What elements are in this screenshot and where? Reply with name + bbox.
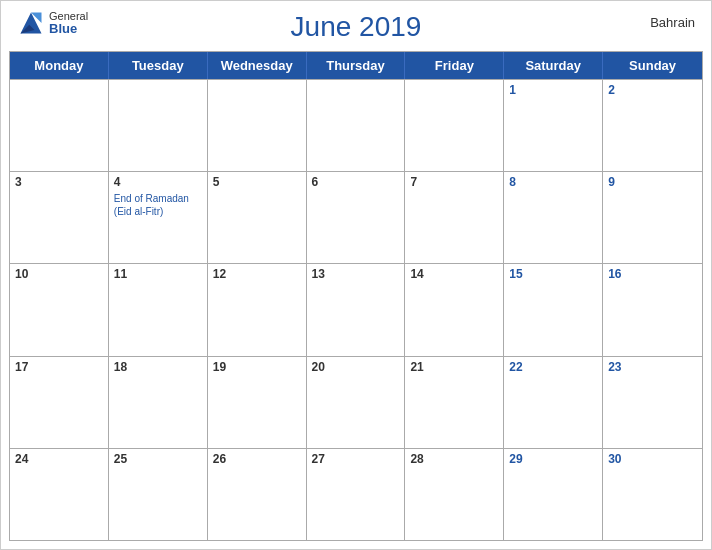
day-cell-27: 27: [307, 449, 406, 540]
day-number: 19: [213, 360, 301, 374]
day-headers-row: MondayTuesdayWednesdayThursdayFridaySatu…: [10, 52, 702, 79]
day-number: 26: [213, 452, 301, 466]
day-cell-22: 22: [504, 357, 603, 448]
day-cell-11: 11: [109, 264, 208, 355]
day-cell-15: 15: [504, 264, 603, 355]
logo-blue: Blue: [49, 22, 88, 35]
day-header-tuesday: Tuesday: [109, 52, 208, 79]
day-number: 7: [410, 175, 498, 189]
day-cell-13: 13: [307, 264, 406, 355]
day-number: 23: [608, 360, 697, 374]
day-cell-empty: [109, 80, 208, 171]
day-number: 1: [509, 83, 597, 97]
day-cell-17: 17: [10, 357, 109, 448]
month-title: June 2019: [291, 11, 422, 43]
day-cell-25: 25: [109, 449, 208, 540]
calendar-grid: MondayTuesdayWednesdayThursdayFridaySatu…: [9, 51, 703, 541]
day-cell-4: 4End of Ramadan (Eid al-Fitr): [109, 172, 208, 263]
day-cell-empty: [208, 80, 307, 171]
day-cell-8: 8: [504, 172, 603, 263]
day-number: 25: [114, 452, 202, 466]
day-number: 24: [15, 452, 103, 466]
week-row-1: 12: [10, 79, 702, 171]
day-cell-empty: [307, 80, 406, 171]
day-cell-28: 28: [405, 449, 504, 540]
day-number: 6: [312, 175, 400, 189]
day-number: 27: [312, 452, 400, 466]
day-number: 9: [608, 175, 697, 189]
country-label: Bahrain: [650, 15, 695, 30]
day-cell-empty: [10, 80, 109, 171]
day-number: 21: [410, 360, 498, 374]
day-number: 3: [15, 175, 103, 189]
calendar-header: General Blue June 2019 Bahrain: [1, 1, 711, 47]
day-header-friday: Friday: [405, 52, 504, 79]
day-number: 22: [509, 360, 597, 374]
logo-area: General Blue: [17, 9, 88, 37]
day-header-sunday: Sunday: [603, 52, 702, 79]
day-header-monday: Monday: [10, 52, 109, 79]
day-number: 29: [509, 452, 597, 466]
day-cell-19: 19: [208, 357, 307, 448]
day-number: 28: [410, 452, 498, 466]
day-number: 15: [509, 267, 597, 281]
day-cell-2: 2: [603, 80, 702, 171]
day-number: 12: [213, 267, 301, 281]
day-cell-23: 23: [603, 357, 702, 448]
day-cell-1: 1: [504, 80, 603, 171]
day-number: 16: [608, 267, 697, 281]
day-cell-empty: [405, 80, 504, 171]
day-number: 13: [312, 267, 400, 281]
day-number: 30: [608, 452, 697, 466]
day-header-saturday: Saturday: [504, 52, 603, 79]
calendar-weeks: 1234End of Ramadan (Eid al-Fitr)56789101…: [10, 79, 702, 540]
day-cell-24: 24: [10, 449, 109, 540]
week-row-4: 17181920212223: [10, 356, 702, 448]
day-number: 10: [15, 267, 103, 281]
event-label: End of Ramadan (Eid al-Fitr): [114, 192, 202, 218]
generalblue-logo-icon: [17, 9, 45, 37]
week-row-3: 10111213141516: [10, 263, 702, 355]
week-row-2: 34End of Ramadan (Eid al-Fitr)56789: [10, 171, 702, 263]
day-cell-3: 3: [10, 172, 109, 263]
day-number: 4: [114, 175, 202, 189]
day-number: 14: [410, 267, 498, 281]
day-cell-26: 26: [208, 449, 307, 540]
day-cell-12: 12: [208, 264, 307, 355]
day-cell-20: 20: [307, 357, 406, 448]
day-number: 2: [608, 83, 697, 97]
day-number: 17: [15, 360, 103, 374]
day-cell-30: 30: [603, 449, 702, 540]
logo-text: General Blue: [49, 11, 88, 35]
calendar-container: General Blue June 2019 Bahrain MondayTue…: [0, 0, 712, 550]
day-number: 5: [213, 175, 301, 189]
day-cell-5: 5: [208, 172, 307, 263]
day-cell-14: 14: [405, 264, 504, 355]
day-number: 8: [509, 175, 597, 189]
day-cell-29: 29: [504, 449, 603, 540]
day-cell-7: 7: [405, 172, 504, 263]
day-cell-21: 21: [405, 357, 504, 448]
day-cell-9: 9: [603, 172, 702, 263]
day-number: 18: [114, 360, 202, 374]
day-cell-10: 10: [10, 264, 109, 355]
day-header-thursday: Thursday: [307, 52, 406, 79]
week-row-5: 24252627282930: [10, 448, 702, 540]
day-cell-18: 18: [109, 357, 208, 448]
day-number: 20: [312, 360, 400, 374]
day-cell-6: 6: [307, 172, 406, 263]
day-cell-16: 16: [603, 264, 702, 355]
day-header-wednesday: Wednesday: [208, 52, 307, 79]
day-number: 11: [114, 267, 202, 281]
